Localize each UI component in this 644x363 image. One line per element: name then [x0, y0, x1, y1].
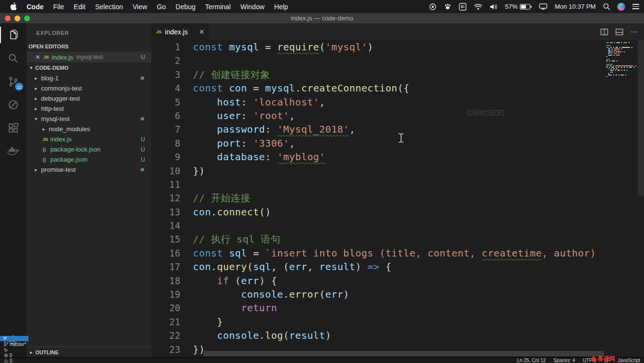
- line-number[interactable]: 7: [151, 122, 180, 136]
- battery-indicator[interactable]: 57%: [505, 3, 532, 10]
- tree-item-http-test[interactable]: ▸http-test: [27, 104, 151, 114]
- code-line-21[interactable]: 21 }: [151, 315, 615, 329]
- project-section-header[interactable]: ▾ CODE-DEMO: [27, 62, 151, 73]
- line-number[interactable]: 1: [151, 40, 180, 54]
- line-number[interactable]: 3: [151, 68, 180, 81]
- tree-item-index.js[interactable]: JSindex.jsU: [27, 134, 151, 144]
- menu-item-terminal[interactable]: Terminal: [200, 3, 235, 11]
- line-number[interactable]: 23: [151, 343, 180, 356]
- code-line-2[interactable]: 2: [151, 54, 615, 67]
- line-number[interactable]: 4: [151, 81, 180, 95]
- code-line-19[interactable]: 19 console.error(err): [151, 287, 615, 301]
- line-number[interactable]: 20: [151, 301, 180, 315]
- search-activity-icon[interactable]: [0, 46, 27, 70]
- siri-icon[interactable]: [617, 3, 625, 11]
- menu-item-go[interactable]: Go: [152, 3, 171, 11]
- wifi-icon[interactable]: [474, 3, 483, 10]
- code-line-16[interactable]: 16const sql = `insert into blogs (title,…: [151, 246, 615, 260]
- line-number[interactable]: 19: [151, 287, 180, 301]
- spotlight-search-icon[interactable]: [603, 3, 610, 10]
- code-line-4[interactable]: 4const con = mysql.createConnection({: [151, 81, 615, 95]
- tree-item-node_modules[interactable]: ▸node_modules: [27, 124, 151, 134]
- code-line-14[interactable]: 14: [151, 219, 615, 232]
- line-number[interactable]: 9: [151, 150, 180, 164]
- paw-icon[interactable]: [444, 3, 452, 10]
- tree-item-debugger-test[interactable]: ▸debugger-test: [27, 93, 151, 104]
- code-line-10[interactable]: 10}): [151, 164, 615, 178]
- code-line-15[interactable]: 15// 执行 sql 语句: [151, 232, 615, 246]
- tree-item-mysql-test[interactable]: ▾mysql-test: [27, 114, 151, 124]
- open-editor-item[interactable]: ✕ JS index.js mysql-test U: [27, 52, 151, 62]
- docker-activity-icon[interactable]: [0, 139, 27, 163]
- menu-item-debug[interactable]: Debug: [171, 3, 200, 11]
- line-number[interactable]: 13: [151, 205, 180, 219]
- line-number[interactable]: 22: [151, 329, 180, 342]
- statusbar-javascript[interactable]: JavaScript: [617, 358, 640, 363]
- zoom-window-button[interactable]: [24, 15, 30, 21]
- tree-item-package-lock.json[interactable]: {}package-lock.jsonU: [27, 144, 151, 154]
- display-icon[interactable]: [539, 3, 547, 10]
- line-number[interactable]: 12: [151, 191, 180, 205]
- menu-item-file[interactable]: File: [48, 3, 69, 11]
- code-line-5[interactable]: 5 host: 'localhost',: [151, 95, 615, 109]
- split-editor-icon[interactable]: [600, 29, 608, 35]
- notification-center-icon[interactable]: [632, 4, 639, 9]
- tree-item-package.json[interactable]: {}package.jsonU: [27, 154, 151, 165]
- code-line-22[interactable]: 22 console.log(result): [151, 329, 615, 342]
- line-number[interactable]: 2: [151, 54, 180, 67]
- menu-item-window[interactable]: Window: [235, 3, 269, 11]
- open-editors-section-header[interactable]: OPEN EDITORS: [27, 41, 151, 52]
- statusbar-error[interactable]: ⊘0: [4, 353, 27, 358]
- statusbar-branch[interactable]: master*: [4, 341, 27, 348]
- code-line-9[interactable]: 9 database: 'myblog': [151, 150, 615, 164]
- statusbar-warning[interactable]: ⚠0: [4, 358, 27, 363]
- tab-index-js[interactable]: JS index.js ✕: [151, 23, 209, 40]
- close-window-button[interactable]: [5, 15, 11, 21]
- menu-item-help[interactable]: Help: [269, 3, 293, 11]
- statusbar-sync[interactable]: ↻: [4, 348, 27, 353]
- code-line-12[interactable]: 12// 开始连接: [151, 191, 615, 205]
- outline-section-header[interactable]: ▸ OUTLINE: [27, 347, 151, 357]
- line-number[interactable]: 5: [151, 95, 180, 109]
- code-line-11[interactable]: 11: [151, 178, 615, 191]
- volume-icon[interactable]: [490, 3, 498, 10]
- close-editor-icon[interactable]: ✕: [35, 54, 40, 60]
- menu-item-edit[interactable]: Edit: [69, 3, 90, 11]
- screen-record-icon[interactable]: [429, 3, 437, 11]
- code-editor[interactable]: 1const mysql = require('mysql')23// 创建链接…: [151, 40, 644, 357]
- minimize-window-button[interactable]: [15, 15, 20, 21]
- input-source-icon[interactable]: [459, 3, 467, 11]
- line-number[interactable]: 18: [151, 274, 180, 287]
- explorer-activity-icon[interactable]: [0, 23, 27, 46]
- line-number[interactable]: 11: [151, 178, 180, 191]
- code-line-8[interactable]: 8 port: '3306',: [151, 136, 615, 150]
- line-number[interactable]: 8: [151, 136, 180, 150]
- source-control-activity-icon[interactable]: 12: [0, 70, 27, 93]
- menu-item-view[interactable]: View: [128, 3, 152, 11]
- line-number[interactable]: 21: [151, 315, 180, 329]
- more-actions-icon[interactable]: ⋯: [630, 28, 638, 36]
- code-line-1[interactable]: 1const mysql = require('mysql'): [151, 40, 615, 54]
- apple-menu-icon[interactable]: [5, 2, 22, 11]
- line-number[interactable]: 16: [151, 246, 180, 260]
- tab-close-icon[interactable]: ✕: [199, 28, 205, 36]
- menubar-clock[interactable]: Mon 10:37 PM: [555, 3, 596, 10]
- line-number[interactable]: 6: [151, 109, 180, 122]
- line-number[interactable]: 15: [151, 232, 180, 246]
- tree-item-promise-test[interactable]: ▸promise-test: [27, 165, 151, 175]
- code-line-7[interactable]: 7 password: 'Mysql_2018',: [151, 122, 615, 136]
- minimap[interactable]: [606, 42, 636, 77]
- code-line-20[interactable]: 20 return: [151, 301, 615, 315]
- code-line-3[interactable]: 3// 创建链接对象: [151, 68, 615, 81]
- line-number[interactable]: 14: [151, 219, 180, 232]
- toggle-layout-icon[interactable]: [615, 29, 623, 35]
- line-number[interactable]: 10: [151, 164, 180, 178]
- horizontal-scrollbar[interactable]: [204, 351, 604, 356]
- tree-item-commonjs-test[interactable]: ▸commonjs-test: [27, 83, 151, 93]
- statusbar-spaces[interactable]: Spaces: 4: [554, 358, 575, 363]
- code-line-17[interactable]: 17con.query(sql, (err, result) => {: [151, 260, 615, 273]
- tree-item-blog-1[interactable]: ▸blog-1: [27, 73, 151, 83]
- extensions-activity-icon[interactable]: [0, 116, 27, 139]
- debug-activity-icon[interactable]: [0, 93, 27, 116]
- statusbar-remote[interactable]: [0, 336, 29, 341]
